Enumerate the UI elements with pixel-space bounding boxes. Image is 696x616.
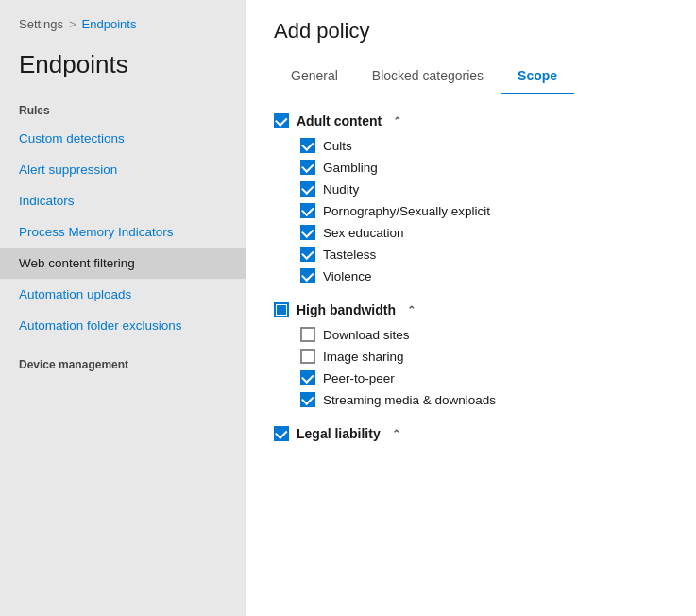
- checkbox-adult-content[interactable]: [274, 113, 289, 128]
- list-item: Sex education: [300, 225, 668, 240]
- checkbox-pornography[interactable]: [300, 203, 315, 218]
- main-panel: Add policy General Blocked categories Sc…: [246, 0, 696, 616]
- checkbox-high-bandwidth[interactable]: [274, 302, 289, 317]
- sidebar-item-automation-uploads[interactable]: Automation uploads: [0, 279, 246, 310]
- content-area: Adult content ⌃ Cults Gambling Nudity: [246, 94, 696, 616]
- list-item: Peer-to-peer: [300, 370, 668, 385]
- list-item: Violence: [300, 268, 668, 283]
- category-adult-content-header: Adult content ⌃: [274, 113, 668, 128]
- sidebar-item-alert-suppression[interactable]: Alert suppression: [0, 154, 246, 185]
- sidebar-item-automation-folder-exclusions[interactable]: Automation folder exclusions: [0, 310, 246, 341]
- list-item: Pornography/Sexually explicit: [300, 203, 668, 218]
- chevron-high-bandwidth[interactable]: ⌃: [407, 304, 416, 317]
- tab-blocked-categories[interactable]: Blocked categories: [355, 59, 501, 94]
- list-item: Gambling: [300, 160, 668, 175]
- category-legal-liability: Legal liability ⌃: [274, 426, 668, 441]
- checkbox-violence[interactable]: [300, 268, 315, 283]
- category-high-bandwidth: High bandwidth ⌃ Download sites Image sh…: [274, 302, 668, 407]
- sidebar: Settings > Endpoints Endpoints Rules Cus…: [0, 0, 246, 616]
- checkbox-peer-to-peer[interactable]: [300, 370, 315, 385]
- checkbox-tasteless[interactable]: [300, 247, 315, 262]
- list-item: Image sharing: [300, 349, 668, 364]
- list-item: Download sites: [300, 327, 668, 342]
- breadcrumb-endpoints[interactable]: Endpoints: [82, 17, 137, 31]
- label-violence: Violence: [323, 269, 372, 283]
- label-peer-to-peer: Peer-to-peer: [323, 371, 395, 385]
- breadcrumb-settings[interactable]: Settings: [19, 17, 63, 31]
- checkbox-gambling[interactable]: [300, 160, 315, 175]
- checkbox-nudity[interactable]: [300, 181, 315, 197]
- checkbox-image-sharing[interactable]: [300, 349, 315, 364]
- list-item: Cults: [300, 138, 668, 153]
- breadcrumb-separator: >: [69, 17, 76, 31]
- label-tasteless: Tasteless: [323, 248, 376, 262]
- sidebar-item-custom-detections[interactable]: Custom detections: [0, 123, 246, 154]
- label-image-sharing: Image sharing: [323, 350, 404, 364]
- tab-scope[interactable]: Scope: [501, 59, 574, 94]
- label-sex-education: Sex education: [323, 226, 404, 240]
- sidebar-section-device-management: Device management: [0, 351, 246, 377]
- checkbox-streaming-media[interactable]: [300, 392, 315, 407]
- category-legal-liability-header: Legal liability ⌃: [274, 426, 668, 441]
- label-download-sites: Download sites: [323, 328, 410, 342]
- main-header: Add policy General Blocked categories Sc…: [246, 0, 696, 94]
- sidebar-item-indicators[interactable]: Indicators: [0, 185, 246, 216]
- category-adult-content: Adult content ⌃ Cults Gambling Nudity: [274, 113, 668, 283]
- checkbox-legal-liability[interactable]: [274, 426, 289, 441]
- adult-content-items: Cults Gambling Nudity Pornography/Sexual…: [274, 138, 668, 283]
- category-legal-liability-label: Legal liability: [297, 426, 381, 441]
- chevron-legal-liability[interactable]: ⌃: [392, 428, 400, 440]
- label-pornography: Pornography/Sexually explicit: [323, 204, 490, 218]
- breadcrumb: Settings > Endpoints: [0, 0, 246, 41]
- category-adult-content-label: Adult content: [297, 113, 382, 128]
- sidebar-item-web-content-filtering[interactable]: Web content filtering: [0, 248, 246, 279]
- list-item: Tasteless: [300, 247, 668, 262]
- checkbox-sex-education[interactable]: [300, 225, 315, 240]
- tabs: General Blocked categories Scope: [274, 59, 668, 94]
- category-high-bandwidth-label: High bandwidth: [297, 302, 396, 317]
- label-gambling: Gambling: [323, 161, 378, 175]
- sidebar-item-process-memory-indicators[interactable]: Process Memory Indicators: [0, 216, 246, 248]
- label-cults: Cults: [323, 139, 352, 153]
- high-bandwidth-items: Download sites Image sharing Peer-to-pee…: [274, 327, 668, 407]
- tab-general[interactable]: General: [274, 59, 355, 94]
- checkbox-download-sites[interactable]: [300, 327, 315, 342]
- list-item: Streaming media & downloads: [300, 392, 668, 407]
- checkbox-cults[interactable]: [300, 138, 315, 153]
- label-nudity: Nudity: [323, 182, 359, 197]
- category-high-bandwidth-header: High bandwidth ⌃: [274, 302, 668, 317]
- page-title: Add policy: [274, 19, 668, 43]
- sidebar-title: Endpoints: [0, 41, 246, 96]
- chevron-adult-content[interactable]: ⌃: [393, 115, 401, 128]
- sidebar-section-rules: Rules: [0, 96, 246, 123]
- label-streaming-media: Streaming media & downloads: [323, 393, 496, 407]
- list-item: Nudity: [300, 181, 668, 197]
